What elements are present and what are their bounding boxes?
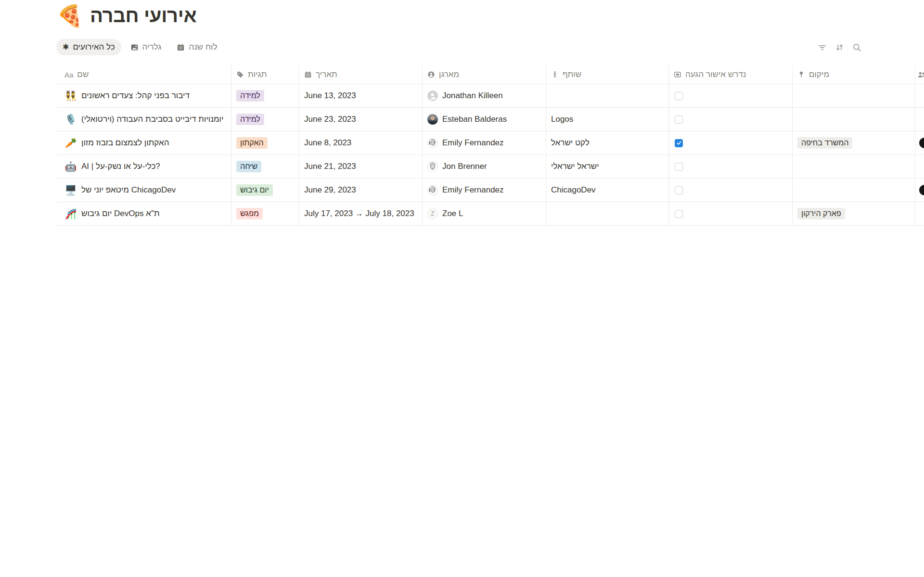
column-header-date[interactable]: תאריך bbox=[299, 65, 423, 84]
table-row[interactable]: 🤖 AI | כלי-על או נשק-על? שיחה June 21, 2… bbox=[57, 155, 924, 179]
hidden-column-cell[interactable] bbox=[915, 179, 924, 202]
location-cell[interactable]: המשרד בחיפה bbox=[793, 131, 915, 154]
tab-calendar[interactable]: לוח שנה bbox=[170, 39, 223, 55]
event-name-cell[interactable]: 🎙️ יומנויות דיבייט בסביבת העבודה (וירטוא… bbox=[57, 108, 231, 131]
hidden-column-cell[interactable] bbox=[915, 202, 924, 225]
page-title[interactable]: אירועי חברה bbox=[90, 5, 197, 26]
table-row[interactable]: 🎙️ יומנויות דיבייט בסביבת העבודה (וירטוא… bbox=[57, 108, 924, 131]
partner-cell[interactable] bbox=[546, 202, 669, 225]
hidden-column-cell[interactable] bbox=[915, 131, 924, 154]
organizer-avatar bbox=[427, 90, 438, 101]
event-emoji: 👯 bbox=[64, 91, 77, 101]
search-icon[interactable] bbox=[852, 42, 862, 52]
tag-icon bbox=[236, 71, 244, 78]
partner-cell[interactable]: ישראל ישראלי bbox=[546, 155, 669, 178]
organizer-avatar: Z bbox=[427, 208, 438, 219]
partner-cell[interactable]: Logos bbox=[546, 108, 669, 131]
column-label: שם bbox=[77, 70, 89, 79]
table-row[interactable]: 🎢 יום גיבוש DevOps ת"א מפגש July 17, 202… bbox=[57, 202, 924, 226]
location-pill: המשרד בחיפה bbox=[797, 137, 852, 149]
hidden-column-cell[interactable] bbox=[915, 84, 924, 107]
rsvp-cell[interactable] bbox=[669, 202, 793, 225]
date-cell[interactable]: June 21, 2023 bbox=[299, 155, 423, 178]
page-icon-pizza[interactable]: 🍕 bbox=[57, 5, 83, 26]
date-text: June 8, 2023 bbox=[304, 138, 351, 148]
event-name-cell[interactable]: 🥕 האקתון לצמצום בזבוז מזון bbox=[57, 131, 231, 154]
table-body: 👯 דיבור בפני קהל: צעדים ראשונים למידה Ju… bbox=[57, 84, 924, 226]
date-cell[interactable]: June 29, 2023 bbox=[299, 179, 423, 202]
date-cell[interactable]: July 17, 2023 → July 18, 2023 bbox=[299, 202, 423, 225]
column-header-partner[interactable]: שותף bbox=[546, 65, 669, 84]
tab-all-events[interactable]: ✱ כל האירועים bbox=[56, 39, 121, 55]
rsvp-cell[interactable] bbox=[669, 84, 793, 107]
organizer-name: Zoe L bbox=[442, 209, 463, 218]
hidden-column-cell[interactable] bbox=[915, 108, 924, 131]
column-header-rsvp[interactable]: נדרש אישור הגעה bbox=[669, 65, 793, 84]
rsvp-cell[interactable] bbox=[669, 108, 793, 131]
organizer-cell[interactable]: Z Zoe L bbox=[423, 202, 546, 225]
tags-cell[interactable]: שיחה bbox=[231, 155, 299, 178]
column-label: תגיות bbox=[248, 70, 267, 79]
rsvp-checkbox[interactable] bbox=[675, 115, 683, 124]
view-toolbar bbox=[817, 42, 862, 52]
rsvp-cell[interactable] bbox=[669, 131, 793, 154]
column-label: מארגן bbox=[439, 70, 459, 79]
tags-cell[interactable]: יום גיבוש bbox=[231, 179, 299, 202]
rsvp-checkbox[interactable] bbox=[675, 163, 683, 171]
tag-pill: יום גיבוש bbox=[236, 184, 273, 196]
location-cell[interactable] bbox=[793, 155, 915, 178]
partner-cell[interactable] bbox=[546, 84, 669, 107]
tags-cell[interactable]: למידה bbox=[231, 84, 299, 107]
location-cell[interactable]: פארק הירקון bbox=[793, 202, 915, 225]
page-title-row: 🍕 אירועי חברה bbox=[57, 5, 197, 26]
tag-pill: שיחה bbox=[236, 161, 261, 172]
table-row[interactable]: 🖥️ מיטאפ יוני של ChicagoDev יום גיבוש Ju… bbox=[57, 179, 924, 202]
event-name-cell[interactable]: 🖥️ מיטאפ יוני של ChicagoDev bbox=[57, 179, 231, 202]
tags-cell[interactable]: האקתון bbox=[231, 131, 299, 154]
rsvp-checkbox[interactable] bbox=[675, 139, 683, 147]
table-row[interactable]: 👯 דיבור בפני קהל: צעדים ראשונים למידה Ju… bbox=[57, 84, 924, 108]
organizer-cell[interactable]: Esteban Balderas bbox=[423, 108, 546, 131]
partner-text: Logos bbox=[551, 115, 573, 124]
organizer-cell[interactable]: Jon Brenner bbox=[423, 155, 546, 178]
location-cell[interactable] bbox=[793, 84, 915, 107]
rsvp-checkbox[interactable] bbox=[675, 210, 683, 218]
date-cell[interactable]: June 13, 2023 bbox=[299, 84, 423, 107]
pin-icon bbox=[797, 71, 805, 78]
organizer-name: Esteban Balderas bbox=[442, 115, 507, 124]
partner-cell[interactable]: ChicagoDev bbox=[546, 179, 669, 202]
date-cell[interactable]: June 23, 2023 bbox=[299, 108, 423, 131]
column-label: נדרש אישור הגעה bbox=[685, 70, 746, 79]
text-icon: Aa bbox=[64, 71, 73, 79]
organizer-cell[interactable]: Emily Fernandez bbox=[423, 179, 546, 202]
column-header-hidden[interactable] bbox=[915, 65, 924, 84]
date-cell[interactable]: June 8, 2023 bbox=[299, 131, 423, 154]
tab-gallery[interactable]: גלריה bbox=[124, 39, 168, 55]
rsvp-checkbox[interactable] bbox=[675, 186, 683, 194]
event-title: יום גיבוש DevOps ת"א bbox=[81, 209, 160, 218]
date-text: July 17, 2023 → July 18, 2023 bbox=[304, 209, 414, 218]
column-header-organizer[interactable]: מארגן bbox=[423, 65, 546, 84]
event-name-cell[interactable]: 👯 דיבור בפני קהל: צעדים ראשונים bbox=[57, 84, 231, 107]
location-cell[interactable] bbox=[793, 108, 915, 131]
sort-icon[interactable] bbox=[834, 42, 845, 52]
person-icon bbox=[427, 71, 435, 78]
column-header-name[interactable]: Aaשם bbox=[57, 65, 231, 84]
event-name-cell[interactable]: 🤖 AI | כלי-על או נשק-על? bbox=[57, 155, 231, 178]
partner-cell[interactable]: לקט ישראל bbox=[546, 131, 669, 154]
rsvp-cell[interactable] bbox=[669, 155, 793, 178]
rsvp-checkbox[interactable] bbox=[675, 92, 683, 100]
table-row[interactable]: 🥕 האקתון לצמצום בזבוז מזון האקתון June 8… bbox=[57, 131, 924, 155]
location-cell[interactable] bbox=[793, 179, 915, 202]
tags-cell[interactable]: מפגש bbox=[231, 202, 299, 225]
tags-cell[interactable]: למידה bbox=[231, 108, 299, 131]
hidden-column-cell[interactable] bbox=[915, 155, 924, 178]
tab-label: כל האירועים bbox=[73, 42, 115, 52]
rsvp-cell[interactable] bbox=[669, 179, 793, 202]
organizer-cell[interactable]: Emily Fernandez bbox=[423, 131, 546, 154]
event-name-cell[interactable]: 🎢 יום גיבוש DevOps ת"א bbox=[57, 202, 231, 225]
column-header-location[interactable]: מיקום bbox=[793, 65, 915, 84]
column-header-tags[interactable]: תגיות bbox=[231, 65, 299, 84]
filter-icon[interactable] bbox=[817, 42, 827, 52]
organizer-cell[interactable]: Jonathan Killeen bbox=[423, 84, 546, 107]
